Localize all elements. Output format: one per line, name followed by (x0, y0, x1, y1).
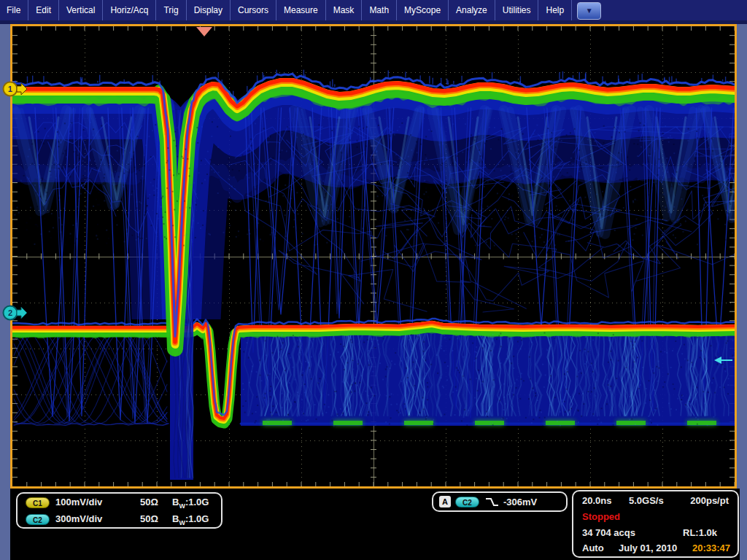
oscilloscope-app: File Edit Vertical Horiz/Acq Trig Displa… (0, 0, 747, 560)
menu-myscope[interactable]: MyScope (397, 0, 449, 20)
menu-trig[interactable]: Trig (156, 0, 186, 20)
time-label: 20:33:47 (692, 542, 730, 553)
acquisition-count: 34 704 acqs (582, 527, 635, 538)
channel2-marker[interactable]: 2 (2, 305, 28, 321)
channel1-marker[interactable]: 1 (2, 81, 28, 97)
channel2-scale: 300mV/div (55, 513, 102, 524)
menu-file[interactable]: File (0, 0, 28, 20)
channel1-marker-label: 1 (8, 85, 12, 93)
menu-horiz-acq[interactable]: Horiz/Acq (103, 0, 156, 20)
menu-measure[interactable]: Measure (276, 0, 326, 20)
trigger-source-badge: C2 (455, 497, 479, 508)
waveform-display[interactable] (12, 26, 735, 486)
menu-display[interactable]: Display (187, 0, 231, 20)
timebase-value: 20.0ns (582, 495, 611, 506)
channel2-readout[interactable]: C2 300mV/div 50Ω BW:1.0G (18, 511, 221, 528)
channel2-impedance: 50Ω (140, 513, 158, 524)
menu-mask[interactable]: Mask (326, 0, 363, 20)
trigger-level-arrow[interactable] (714, 356, 733, 365)
record-length: RL:1.0k (683, 527, 717, 538)
trigger-position-marker[interactable] (196, 27, 212, 36)
channel1-readout[interactable]: C1 100mV/div 50Ω BW:1.0G (18, 494, 221, 511)
menu-overflow-button[interactable]: ▼ (577, 2, 601, 20)
channel2-bandwidth: BW:1.0G (172, 513, 209, 526)
sample-rate: 5.0GS/s (629, 495, 664, 506)
trigger-readout-box[interactable]: A C2 -306mV (432, 491, 568, 512)
menu-vertical[interactable]: Vertical (59, 0, 103, 20)
horizontal-readout-box[interactable]: 20.0ns 5.0GS/s 200ps/pt Stopped 34 704 a… (572, 490, 739, 558)
menu-utilities[interactable]: Utilities (495, 0, 539, 20)
menu-analyze[interactable]: Analyze (449, 0, 495, 20)
channel2-badge: C2 (26, 514, 50, 525)
menu-cursors[interactable]: Cursors (231, 0, 276, 20)
menu-help[interactable]: Help (538, 0, 572, 20)
trigger-bus-badge: A (439, 496, 451, 508)
graticule-frame (10, 24, 737, 489)
channel1-badge: C1 (26, 497, 50, 508)
date-label: July 01, 2010 (619, 542, 677, 553)
channel-readout-box[interactable]: C1 100mV/div 50Ω BW:1.0G C2 300mV/div 50… (16, 492, 222, 529)
channel1-bandwidth: BW:1.0G (172, 497, 209, 510)
acquisition-state: Stopped (582, 511, 620, 522)
falling-edge-icon (485, 497, 499, 508)
channel1-impedance: 50Ω (140, 497, 158, 508)
channel1-scale: 100mV/div (55, 497, 102, 508)
menu-math[interactable]: Math (362, 0, 397, 20)
menu-edit[interactable]: Edit (28, 0, 59, 20)
resolution: 200ps/pt (690, 495, 729, 506)
channel2-marker-label: 2 (8, 308, 12, 317)
menu-bar: File Edit Vertical Horiz/Acq Trig Displa… (0, 0, 747, 20)
trigger-mode: Auto (582, 542, 604, 553)
trigger-level-value: -306mV (503, 497, 537, 508)
chevron-down-icon: ▼ (586, 7, 593, 15)
